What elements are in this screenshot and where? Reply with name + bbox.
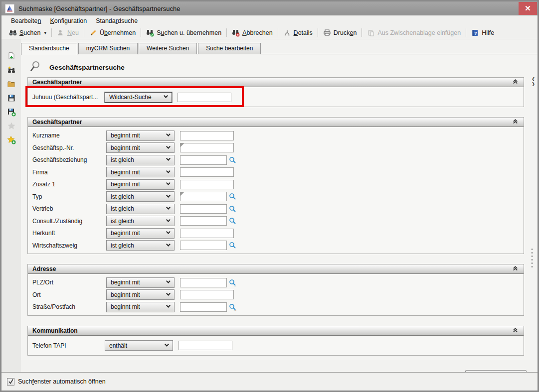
lookup-browse-icon[interactable]: .. (229, 279, 236, 286)
lookup-icon[interactable] (229, 156, 236, 164)
lookup-icon[interactable] (229, 217, 236, 225)
save-as-icon[interactable] (6, 107, 16, 117)
collapse-icon[interactable] (512, 78, 519, 87)
title-bar: Suchmaske [Geschäftspartner] - Geschäfts… (1, 1, 538, 15)
toolbar-separator (278, 28, 278, 37)
pencil-icon (89, 29, 97, 37)
page-title: Geschäftspartnersuche (49, 64, 125, 71)
binoculars-cancel-icon (232, 29, 240, 37)
field-label: Kurzname (32, 132, 106, 139)
value-input[interactable] (180, 241, 227, 250)
operator-select[interactable]: ist gleich (106, 204, 175, 214)
collapse-icon[interactable] (512, 264, 519, 273)
field-label: Vertrieb (32, 205, 106, 212)
value-input[interactable] (180, 131, 234, 140)
lookup-browse-icon[interactable]: .. (229, 303, 236, 311)
field-label: PLZ/Ort (32, 279, 106, 286)
collapse-icon[interactable] (512, 326, 519, 335)
operator-select[interactable]: ist gleich (106, 155, 175, 165)
new-search-icon[interactable] (6, 65, 16, 75)
tab-panel: Geschäftspartnersuche Geschäftspartner J… (21, 54, 538, 360)
tab-scroll-right-icon[interactable]: ❯ (532, 82, 535, 86)
operator-select[interactable]: beginnt mit (106, 277, 175, 288)
auto-open-checkbox-label[interactable]: Suchfenster automatisch öffnen (18, 378, 106, 385)
menu-konfiguration[interactable]: Konfiguration (45, 16, 91, 25)
section-header[interactable]: Kommunikation (28, 326, 524, 336)
operator-select[interactable]: beginnt mit (106, 142, 175, 153)
collapse-icon[interactable] (512, 118, 519, 127)
section-header[interactable]: Adresse (28, 264, 524, 274)
help-button[interactable]: ? Hilfe (468, 27, 498, 38)
form-row: Vertrieb ist gleich (28, 203, 524, 215)
section-body: Juhuuu (Geschäftspart... Wildcard-Suche (28, 87, 524, 107)
operator-select[interactable]: beginnt mit (106, 302, 175, 312)
operator-select[interactable]: beginnt mit (106, 179, 175, 190)
operator-select[interactable]: ist gleich (106, 216, 175, 226)
content-area: Standardsuche myCRM Suchen Weitere Suche… (21, 39, 538, 373)
splitter-handle[interactable] (532, 249, 533, 267)
auto-open-checkbox[interactable] (7, 378, 14, 386)
value-input[interactable] (180, 192, 227, 201)
value-input[interactable] (180, 216, 227, 226)
form-row: PLZ/Ort beginnt mit .. (28, 276, 524, 289)
value-input[interactable] (180, 167, 234, 177)
operator-select[interactable]: ist gleich (106, 240, 175, 251)
chevron-down-icon (165, 229, 172, 238)
form-row: Zusatz 1 beginnt mit (28, 178, 524, 191)
open-folder-icon[interactable] (6, 79, 16, 89)
value-input[interactable] (180, 290, 234, 299)
toolbar-separator (51, 28, 52, 37)
tab-weitere-suchen[interactable]: Weitere Suchen (139, 43, 197, 54)
field-label: Straße/Postfach (32, 303, 106, 310)
field-label: Zusatz 1 (32, 181, 106, 188)
tab-suche-bearbeiten[interactable]: Suche bearbeiten (198, 43, 261, 54)
value-input[interactable] (180, 143, 234, 152)
value-input[interactable] (179, 341, 232, 350)
chevron-down-icon (165, 302, 172, 311)
operator-select[interactable]: beginnt mit (106, 167, 175, 177)
search-and-apply-button[interactable]: Suchen u. übernehmen (143, 27, 225, 38)
operator-select[interactable]: Wildcard-Suche (105, 92, 172, 103)
add-favorite-icon[interactable] (6, 135, 16, 145)
cancel-button[interactable]: Abbrechen (228, 27, 276, 38)
chevron-down-icon (165, 278, 172, 287)
print-button[interactable]: Drucken (320, 27, 360, 38)
load-search-icon[interactable] (6, 51, 16, 61)
tab-scroll-left-icon[interactable]: ❮ (532, 77, 535, 81)
person-icon (57, 29, 65, 37)
lookup-icon[interactable] (229, 205, 236, 213)
value-input[interactable] (180, 155, 227, 165)
value-input[interactable] (180, 302, 227, 312)
apply-button[interactable]: Übernehmen (86, 27, 139, 38)
tab-mycrm-suchen[interactable]: myCRM Suchen (78, 43, 138, 54)
operator-select[interactable]: beginnt mit (106, 289, 175, 300)
details-button[interactable]: Details (280, 27, 316, 38)
save-icon[interactable] (6, 93, 16, 103)
operator-select[interactable]: beginnt mit (106, 131, 175, 141)
window-title: Suchmaske [Geschäftspartner] - Geschäfts… (18, 5, 180, 12)
form-row: Ort beginnt mit (28, 289, 524, 301)
menu-bearbeiten[interactable]: Bearbeiten (6, 16, 45, 25)
value-input[interactable] (180, 278, 227, 287)
tab-standardsuche[interactable]: Standardsuche (21, 43, 77, 55)
toolbar-separator (361, 28, 362, 37)
value-input[interactable] (180, 229, 234, 238)
value-input[interactable] (178, 93, 231, 102)
operator-select[interactable]: enthält (105, 340, 173, 351)
section-header[interactable]: Geschäftspartner (28, 78, 524, 87)
close-button[interactable]: ✕ (519, 2, 537, 15)
toolbar-separator (84, 28, 84, 37)
operator-select[interactable]: beginnt mit (106, 228, 175, 239)
search-dropdown-icon[interactable]: ▾ (44, 30, 46, 35)
search-button[interactable]: Suchen ▾ (5, 27, 50, 38)
form-row: Geschäftsp.-Nr. beginnt mit (28, 142, 524, 154)
chevron-down-icon (165, 217, 172, 226)
menu-standardsuche[interactable]: Standardsuche (91, 16, 142, 25)
paste-icon (367, 29, 375, 37)
section-header[interactable]: Geschäftspartner (28, 118, 524, 127)
lookup-icon[interactable] (229, 242, 236, 249)
operator-select[interactable]: ist gleich (106, 191, 175, 202)
value-input[interactable] (180, 204, 227, 214)
value-input[interactable] (180, 180, 234, 189)
lookup-icon[interactable] (229, 193, 236, 200)
